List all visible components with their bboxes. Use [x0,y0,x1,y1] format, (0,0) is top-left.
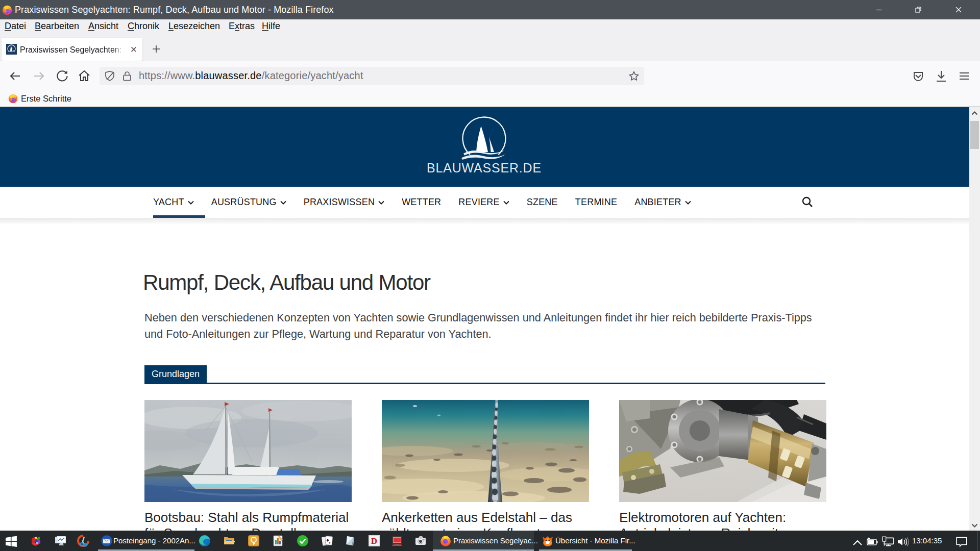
svg-text:D: D [371,536,377,546]
svg-text:BLAUWASSER.DE: BLAUWASSER.DE [427,161,542,175]
